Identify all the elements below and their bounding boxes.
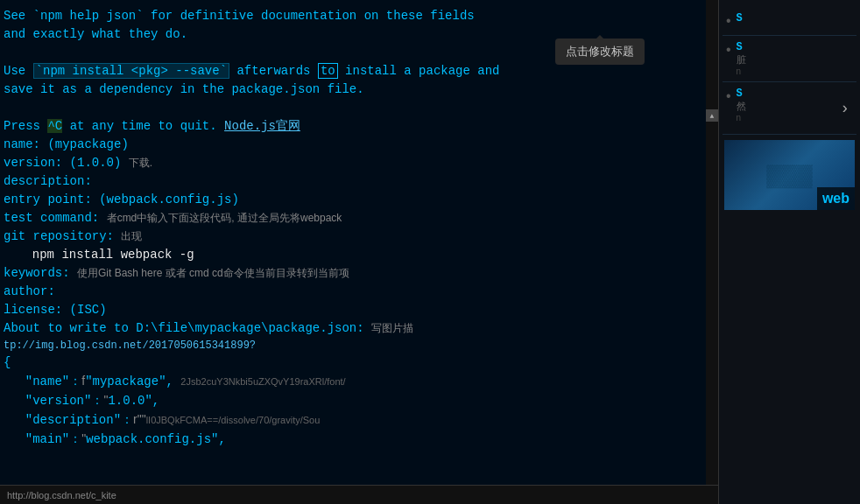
line-6: name: (mypackage) (4, 136, 715, 154)
line-json-3: "description"：r""lI0JBQkFCMA==/dissolve/… (4, 410, 715, 430)
line-4: save it as a dependency in the package.j… (4, 80, 715, 99)
line-json-4: "main"："webpack.config.js", (4, 430, 715, 449)
bullet-2: • (724, 43, 733, 59)
sidebar-desc-3b: n (737, 113, 746, 122)
right-sidebar: • S • S 脏 n • S 然 n › (718, 0, 860, 504)
sidebar-item-3[interactable]: • S 然 n › (723, 82, 856, 135)
tooltip: 点击修改标题 (555, 38, 645, 65)
line-12: keywords: 使用Git Bash here 或者 cmd cd命令使当前… (4, 264, 715, 283)
bullet-1: • (724, 14, 733, 30)
sidebar-title-2: S (737, 41, 746, 53)
sidebar-title-3: S (737, 88, 746, 100)
line-url: tp://img.blog.csdn.net/2017050615341899? (4, 338, 715, 354)
sidebar-content-3: S 然 n (737, 88, 746, 122)
line-10: test command: 者cmd中输入下面这段代码, 通过全局先将webpa… (4, 209, 715, 228)
line-14: license: (ISC) (4, 301, 715, 319)
line-json-2: "version"："1.0.0", (4, 391, 715, 410)
nodejs-link[interactable]: Node.js官网 (224, 119, 300, 133)
line-7: version: (1.0.0) 下载. (4, 154, 715, 172)
line-9: entry point: (webpack.config.js) (4, 191, 715, 209)
sidebar-content-2: S 脏 n (737, 41, 746, 76)
sidebar-items-list: • S • S 脏 n • S 然 n › (723, 7, 856, 212)
terminal-area: See `npm help json` for definitive docum… (0, 0, 718, 504)
line-8: description: (4, 172, 715, 191)
line-json-open: { (4, 354, 715, 372)
sidebar-desc-2: 脏 (737, 53, 746, 66)
line-15: About to write to D:\file\mypackage\pack… (4, 319, 715, 338)
line-json-1: "name"：f"mypackage", 2Jsb2cuY3Nkbi5uZXQv… (4, 372, 715, 391)
line-11: git repository: 出现 (4, 228, 715, 246)
sidebar-item-1[interactable]: • S (723, 7, 856, 36)
bullet-3: • (724, 89, 733, 105)
scrollbar[interactable]: ▲ (706, 0, 718, 504)
line-5: Press ^C at any time to quit. Node.js官网 (4, 117, 715, 136)
chevron-right-icon: › (840, 100, 849, 117)
line-1: See `npm help json` for definitive docum… (4, 7, 715, 25)
sidebar-title-1: S (737, 12, 743, 24)
line-3: Use `npm install <pkg> --save` afterward… (4, 62, 715, 80)
sidebar-item-2[interactable]: • S 脏 n (723, 36, 856, 82)
sidebar-desc-2b: n (737, 66, 746, 76)
status-url: http://blog.csdn.net/c_kite (7, 490, 116, 500)
line-blank-2 (4, 99, 715, 117)
scroll-up-button[interactable]: ▲ (706, 109, 718, 122)
sidebar-desc-3: 然 (737, 100, 746, 113)
sidebar-content-1: S (737, 12, 743, 24)
line-13: author: (4, 283, 715, 301)
line-cmd: npm install webpack -g (18, 246, 715, 264)
status-bar: http://blog.csdn.net/c_kite (0, 485, 718, 504)
sidebar-image: ▓▓▓ web (724, 140, 855, 210)
sidebar-item-image[interactable]: ▓▓▓ web (723, 135, 856, 212)
web-label: web (817, 187, 855, 210)
